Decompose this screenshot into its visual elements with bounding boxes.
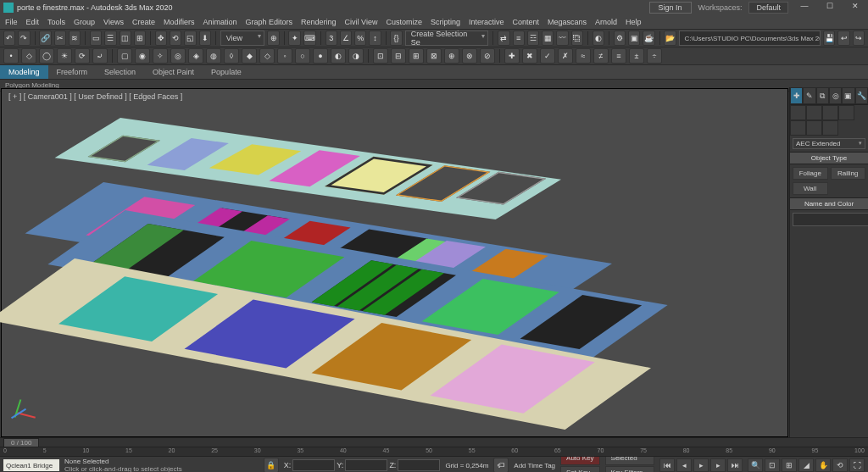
tbtn-m[interactable]: ◊	[224, 48, 239, 64]
keyboard-shortcut-button[interactable]: ⌨	[303, 31, 316, 46]
rotate-button[interactable]: ⟲	[170, 31, 181, 46]
ribbon-tab-modeling[interactable]: Modeling	[0, 65, 48, 79]
select-name-button[interactable]: ☰	[104, 31, 116, 46]
link-button[interactable]: 🔗	[39, 31, 51, 46]
tbtn-ae[interactable]: ✗	[558, 48, 573, 64]
toggle-ribbon-button[interactable]: ▦	[542, 31, 554, 46]
foliage-button[interactable]: Foliage	[793, 167, 828, 180]
helpers-cat[interactable]	[790, 120, 806, 136]
systems-cat[interactable]	[822, 120, 838, 136]
menu-animation[interactable]: Animation	[203, 18, 236, 26]
snap-toggle-button[interactable]: 3	[326, 31, 337, 46]
goto-start-button[interactable]: ⏮	[659, 458, 675, 472]
play-button[interactable]: ▸	[693, 458, 709, 472]
undo-button[interactable]: ↶	[3, 31, 15, 46]
railing-button[interactable]: Railing	[831, 167, 866, 180]
next-frame-button[interactable]: ▸	[710, 458, 726, 472]
menu-file[interactable]: File	[5, 18, 18, 26]
menu-create[interactable]: Create	[132, 18, 155, 26]
geometry-cat[interactable]	[790, 105, 806, 120]
sign-in-button[interactable]: Sign In	[649, 2, 692, 14]
tbtn-x[interactable]: ⊠	[426, 48, 442, 64]
select-button[interactable]: ▭	[90, 31, 102, 46]
material-editor-button[interactable]: ◐	[593, 31, 604, 46]
layers-button[interactable]: ☲	[527, 31, 539, 46]
tbtn-ad[interactable]: ✓	[540, 48, 555, 64]
menu-views[interactable]: Views	[103, 18, 124, 26]
zoom-all-button[interactable]: ⊡	[765, 458, 780, 472]
select-manipulate-button[interactable]: ✦	[288, 31, 300, 46]
tbtn-s[interactable]: ◐	[331, 48, 346, 64]
key-filters-button[interactable]: Key Filters...	[605, 466, 654, 473]
tbtn-ag[interactable]: ≠	[593, 48, 609, 64]
unlink-button[interactable]: ✂	[54, 31, 66, 46]
tbtn-u[interactable]: ⊡	[373, 48, 388, 64]
menu-tools[interactable]: Tools	[47, 18, 65, 26]
menu-interactive[interactable]: Interactive	[469, 18, 504, 26]
timeline-ruler[interactable]: 0510152025303540455055606570758085909510…	[0, 447, 868, 457]
tbtn-aa[interactable]: ⊘	[480, 48, 495, 64]
align-button[interactable]: ≡	[513, 31, 525, 46]
redo-button[interactable]: ↷	[18, 31, 30, 46]
project-path-field[interactable]: C:\Users\STUDIO PC\Documents\3ds Max 202…	[679, 31, 821, 46]
tbtn-a[interactable]: •	[3, 48, 19, 64]
open-file-icon[interactable]: 📂	[664, 31, 676, 46]
ribbon-tab-populate[interactable]: Populate	[203, 65, 250, 79]
tbtn-w[interactable]: ⊞	[409, 48, 424, 64]
tbtn-t[interactable]: ◑	[348, 48, 364, 64]
tbtn-c[interactable]: ◯	[39, 48, 54, 64]
menu-help[interactable]: Help	[626, 18, 642, 26]
tbtn-f[interactable]: ⤾	[92, 48, 108, 64]
window-crossing-button[interactable]: ⊞	[134, 31, 146, 46]
tbtn-ah[interactable]: ≡	[611, 48, 626, 64]
hierarchy-tab[interactable]: ⧉	[816, 87, 829, 104]
bind-spacewarp-button[interactable]: ≋	[69, 31, 81, 46]
close-button[interactable]: ✕	[846, 2, 865, 14]
tbtn-g[interactable]: ▢	[117, 48, 132, 64]
viewport[interactable]: [ + ] [ Camera001 ] [ User Defined ] [ E…	[1, 88, 788, 437]
tbtn-e[interactable]: ⟳	[75, 48, 90, 64]
tbtn-b[interactable]: ◇	[21, 48, 36, 64]
prev-frame-button[interactable]: ◂	[676, 458, 692, 472]
fetch-button[interactable]: ↩	[837, 31, 849, 46]
shapes-cat[interactable]	[806, 105, 822, 120]
selection-set-dropdown[interactable]: Create Selection Se	[405, 31, 489, 46]
mirror-button[interactable]: ⇄	[498, 31, 509, 46]
zoom-button[interactable]: 🔍	[748, 458, 763, 472]
name-color-rollout-header[interactable]: Name and Color	[790, 197, 868, 210]
category-dropdown[interactable]: AEC Extended	[793, 138, 865, 149]
menu-scripting[interactable]: Scripting	[431, 18, 460, 26]
minimize-button[interactable]: —	[795, 2, 814, 14]
coord-x-field[interactable]	[292, 459, 335, 471]
menu-content[interactable]: Content	[512, 18, 539, 26]
tbtn-r[interactable]: ●	[313, 48, 328, 64]
tbtn-ai[interactable]: ±	[629, 48, 644, 64]
save-button[interactable]: 💾	[823, 31, 835, 46]
utilities-tab[interactable]: 🔧	[855, 87, 868, 104]
select-region-button[interactable]: ◫	[120, 31, 131, 46]
time-tag-icon[interactable]: 🏷	[493, 458, 509, 472]
tbtn-n[interactable]: ◆	[242, 48, 257, 64]
maximize-button[interactable]: ☐	[821, 2, 839, 14]
menu-graph-editors[interactable]: Graph Editors	[245, 18, 292, 26]
wall-button[interactable]: Wall	[793, 182, 828, 195]
motion-tab[interactable]: ◎	[829, 87, 842, 104]
ref-coord-dropdown[interactable]: View	[220, 31, 265, 46]
edit-selection-set-button[interactable]: {}	[390, 31, 402, 46]
tbtn-af[interactable]: ≈	[576, 48, 591, 64]
tbtn-q[interactable]: ○	[295, 48, 310, 64]
zoom-extents-button[interactable]: ⊞	[782, 458, 797, 472]
add-time-tag[interactable]: Add Time Tag	[514, 462, 555, 469]
set-key-button[interactable]: Set Key	[560, 466, 599, 473]
goto-end-button[interactable]: ⏭	[727, 458, 743, 472]
tbtn-i[interactable]: ✧	[153, 48, 168, 64]
menu-arnold[interactable]: Arnold	[595, 18, 617, 26]
tbtn-ac[interactable]: ✖	[522, 48, 537, 64]
menu-civil-view[interactable]: Civil View	[345, 18, 378, 26]
ribbon-tab-selection[interactable]: Selection	[96, 65, 144, 79]
percent-snap-button[interactable]: %	[354, 31, 366, 46]
render-frame-button[interactable]: ▣	[628, 31, 640, 46]
workspace-dropdown[interactable]: Default	[748, 2, 788, 14]
create-tab[interactable]: ✚	[790, 87, 803, 104]
move-button[interactable]: ✥	[155, 31, 167, 46]
